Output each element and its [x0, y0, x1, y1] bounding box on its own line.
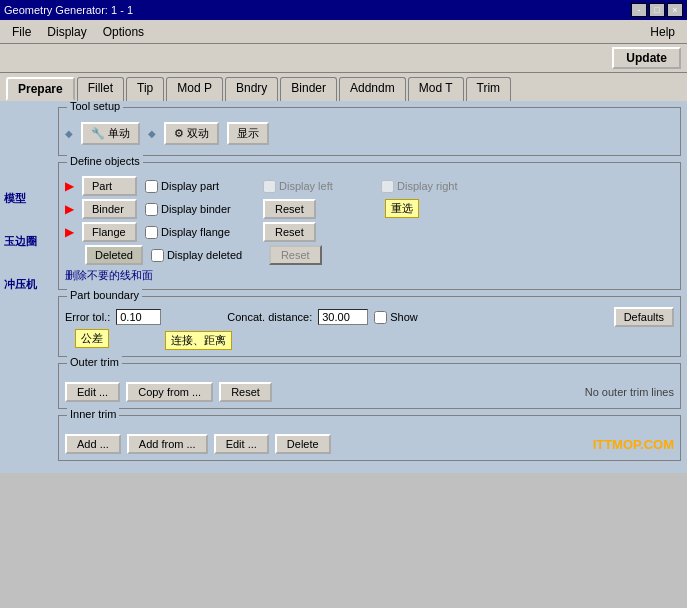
- display-flange-input[interactable]: [145, 226, 158, 239]
- tool-setup-section: Tool setup ◆ 🔧 单动 ◆ ⚙ 双动 显示: [58, 107, 681, 156]
- inner-add-from-button[interactable]: Add from ...: [127, 434, 208, 454]
- error-tol-label: Error tol.:: [65, 311, 110, 323]
- menu-options[interactable]: Options: [95, 23, 152, 41]
- title-bar: Geometry Generator: 1 - 1 - □ ×: [0, 0, 687, 20]
- outer-reset-button[interactable]: Reset: [219, 382, 272, 402]
- side-label-binder: 玉边圈: [4, 234, 37, 249]
- display-right-label[interactable]: Display right: [381, 180, 491, 193]
- inner-add-button[interactable]: Add ...: [65, 434, 121, 454]
- part-button[interactable]: Part: [82, 176, 137, 196]
- flange-reset-button[interactable]: Reset: [263, 222, 316, 242]
- tab-binder[interactable]: Binder: [280, 77, 337, 101]
- display-binder-checkbox[interactable]: Display binder: [145, 203, 255, 216]
- concat-dist-label: Concat. distance:: [227, 311, 312, 323]
- binder-reset-button[interactable]: Reset: [263, 199, 316, 219]
- concat-note: 连接、距离: [165, 331, 674, 350]
- tool-setup-row: ◆ 🔧 单动 ◆ ⚙ 双动 显示: [65, 122, 674, 145]
- display-deleted-input[interactable]: [151, 249, 164, 262]
- watermark: ITTMOP.COM: [593, 437, 674, 452]
- diamond-icon-1: ◆: [65, 128, 73, 139]
- display-part-checkbox[interactable]: Display part: [145, 180, 255, 193]
- double-action-button[interactable]: ⚙ 双动: [164, 122, 219, 145]
- tab-modp[interactable]: Mod P: [166, 77, 223, 101]
- define-objects-label: Define objects: [67, 155, 143, 167]
- inner-trim-label: Inner trim: [67, 408, 119, 420]
- display-part-input[interactable]: [145, 180, 158, 193]
- error-row: Error tol.: 公差 Concat. distance: Show De…: [65, 307, 674, 327]
- side-label-press: 冲压机: [4, 277, 37, 292]
- show-input[interactable]: [374, 311, 387, 324]
- inner-trim-row: Add ... Add from ... Edit ... Delete ITT…: [65, 434, 674, 454]
- tab-prepare[interactable]: Prepare: [6, 77, 75, 101]
- tab-modt[interactable]: Mod T: [408, 77, 464, 101]
- concat-note-box: 连接、距离: [165, 331, 232, 350]
- part-row: ▶ Part Display part Display left Display…: [65, 176, 674, 196]
- tab-tip[interactable]: Tip: [126, 77, 164, 101]
- display-deleted-checkbox[interactable]: Display deleted: [151, 249, 261, 262]
- flange-button[interactable]: Flange: [82, 222, 137, 242]
- tab-trim[interactable]: Trim: [466, 77, 512, 101]
- error-tol-input[interactable]: [116, 309, 161, 325]
- show-checkbox[interactable]: Show: [374, 311, 424, 324]
- single-action-icon: 🔧: [91, 127, 105, 140]
- binder-arrow-icon: ▶: [65, 202, 74, 216]
- side-label-model: 模型: [4, 191, 37, 206]
- double-action-icon: ⚙: [174, 127, 184, 140]
- single-action-button[interactable]: 🔧 单动: [81, 122, 140, 145]
- toolbar: Update: [0, 44, 687, 73]
- minimize-button[interactable]: -: [631, 3, 647, 17]
- menu-help[interactable]: Help: [642, 23, 683, 41]
- diamond-icon-2: ◆: [148, 128, 156, 139]
- outer-no-lines-text: No outer trim lines: [585, 386, 674, 398]
- menu-bar: File Display Options Help: [0, 20, 687, 44]
- outer-trim-section: Outer trim Edit ... Copy from ... Reset …: [58, 363, 681, 409]
- outer-trim-label: Outer trim: [67, 356, 122, 368]
- deleted-row: Deleted Display deleted Reset: [65, 245, 674, 265]
- menu-display[interactable]: Display: [39, 23, 94, 41]
- define-objects-section: Define objects ▶ Part Display part Displ…: [58, 162, 681, 290]
- outer-edit-button[interactable]: Edit ...: [65, 382, 120, 402]
- deleted-button[interactable]: Deleted: [85, 245, 143, 265]
- maximize-button[interactable]: □: [649, 3, 665, 17]
- close-button[interactable]: ×: [667, 3, 683, 17]
- concat-dist-input[interactable]: [318, 309, 368, 325]
- defaults-button[interactable]: Defaults: [614, 307, 674, 327]
- inner-edit-button[interactable]: Edit ...: [214, 434, 269, 454]
- display-left-label[interactable]: Display left: [263, 180, 373, 193]
- tabs-row: Prepare Fillet Tip Mod P Bndry Binder Ad…: [0, 73, 687, 101]
- tolerance-note: 公差: [75, 329, 109, 348]
- display-binder-input[interactable]: [145, 203, 158, 216]
- binder-row: ▶ Binder Display binder Reset 重选: [65, 199, 674, 219]
- inner-trim-section: Inner trim Add ... Add from ... Edit ...…: [58, 415, 681, 461]
- tab-fillet[interactable]: Fillet: [77, 77, 124, 101]
- binder-button[interactable]: Binder: [82, 199, 137, 219]
- inner-delete-button[interactable]: Delete: [275, 434, 331, 454]
- delete-note: 删除不要的线和面: [65, 268, 674, 283]
- binder-reset-tooltip: 重选: [385, 199, 419, 218]
- deleted-reset-button[interactable]: Reset: [269, 245, 322, 265]
- tool-setup-label: Tool setup: [67, 101, 123, 112]
- display-flange-checkbox[interactable]: Display flange: [145, 226, 255, 239]
- update-button[interactable]: Update: [612, 47, 681, 69]
- title-buttons[interactable]: - □ ×: [631, 3, 683, 17]
- outer-copy-from-button[interactable]: Copy from ...: [126, 382, 213, 402]
- display-right-input: [381, 180, 394, 193]
- display-button[interactable]: 显示: [227, 122, 269, 145]
- part-boundary-label: Part boundary: [67, 289, 142, 301]
- part-boundary-section: Part boundary Error tol.: 公差 Concat. dis…: [58, 296, 681, 357]
- menu-file[interactable]: File: [4, 23, 39, 41]
- flange-arrow-icon: ▶: [65, 225, 74, 239]
- tab-bndry[interactable]: Bndry: [225, 77, 278, 101]
- outer-trim-row: Edit ... Copy from ... Reset No outer tr…: [65, 382, 674, 402]
- display-left-input: [263, 180, 276, 193]
- title-text: Geometry Generator: 1 - 1: [4, 4, 133, 16]
- deleted-spacer: [65, 248, 77, 262]
- part-arrow-icon: ▶: [65, 179, 74, 193]
- flange-row: ▶ Flange Display flange Reset: [65, 222, 674, 242]
- tab-addndm[interactable]: Addndm: [339, 77, 406, 101]
